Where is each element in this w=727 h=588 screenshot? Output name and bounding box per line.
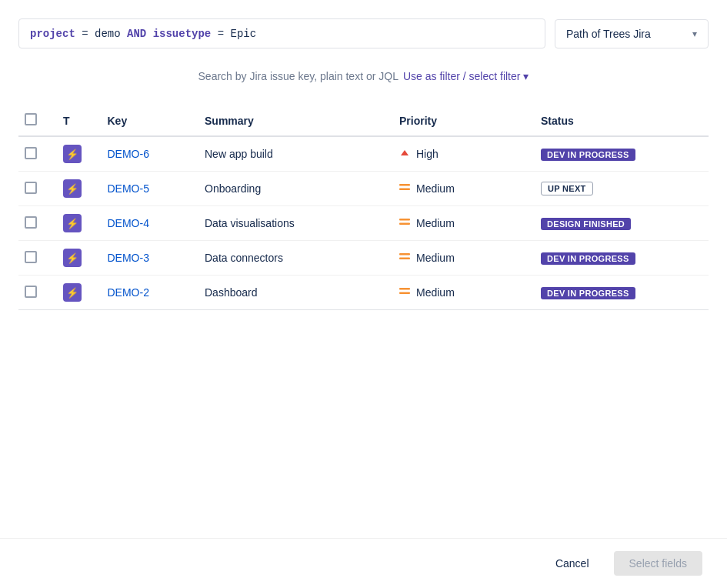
- svg-rect-2: [399, 219, 410, 221]
- table-header-row: T Key Summary Priority Status: [18, 107, 709, 136]
- row-1-type-cell: ⚡: [54, 172, 98, 206]
- col-header-checkbox: [18, 107, 54, 136]
- row-1-priority-label: Medium: [416, 182, 455, 195]
- row-1-priority: Medium: [390, 172, 532, 206]
- top-bar: project = demo AND issuetype = Epic Path…: [18, 18, 709, 48]
- svg-rect-3: [399, 223, 410, 226]
- row-0-checkbox-cell: [18, 136, 54, 172]
- select-all-checkbox[interactable]: [25, 113, 37, 125]
- row-2-key[interactable]: DEMO-4: [98, 206, 196, 241]
- table-row: ⚡DEMO-5OnboardingMediumUP NEXT: [18, 172, 709, 206]
- row-4-priority-label: Medium: [416, 286, 455, 299]
- row-0-priority-high-icon: [399, 148, 410, 161]
- row-1-key[interactable]: DEMO-5: [98, 172, 196, 206]
- cancel-button[interactable]: Cancel: [540, 551, 605, 576]
- row-4-status: DEV IN PROGRESS: [532, 276, 709, 310]
- row-4-type-icon: ⚡: [63, 283, 82, 302]
- row-2-summary: Data visualisations: [195, 206, 390, 241]
- use-as-filter-link[interactable]: Use as filter / select filter ▾: [403, 70, 529, 82]
- row-4-key[interactable]: DEMO-2: [98, 276, 196, 310]
- chevron-down-icon: ▾: [692, 28, 697, 39]
- page-container: project = demo AND issuetype = Epic Path…: [0, 0, 727, 310]
- row-4-checkbox-cell: [18, 276, 54, 310]
- row-2-status-badge: DESIGN FINISHED: [541, 218, 631, 230]
- col-header-status: Status: [532, 107, 709, 136]
- row-1-summary: Onboarding: [195, 172, 390, 206]
- row-1-priority-medium-icon: [399, 184, 410, 193]
- table-row: ⚡DEMO-4Data visualisationsMediumDESIGN F…: [18, 206, 709, 241]
- col-header-key: Key: [98, 107, 196, 136]
- row-0-priority-label: High: [416, 148, 439, 160]
- svg-rect-5: [399, 258, 410, 260]
- row-2-type-cell: ⚡: [54, 206, 98, 241]
- row-2-checkbox-cell: [18, 206, 54, 241]
- row-0-type-cell: ⚡: [54, 136, 98, 172]
- bottom-bar: Cancel Select fields: [0, 538, 727, 588]
- row-0-priority: High: [390, 136, 532, 172]
- row-3-checkbox-cell: [18, 241, 54, 276]
- svg-rect-6: [399, 288, 410, 290]
- row-1-checkbox-cell: [18, 172, 54, 206]
- row-3-priority-label: Medium: [416, 252, 455, 264]
- select-fields-button[interactable]: Select fields: [614, 551, 702, 576]
- row-3-priority-medium-icon: [399, 253, 410, 262]
- row-4-priority-medium-icon: [399, 288, 410, 297]
- project-selector[interactable]: Path of Trees Jira ▾: [555, 19, 709, 48]
- row-2-type-icon: ⚡: [63, 214, 82, 232]
- filter-hint-text: Search by Jira issue key, plain text or …: [198, 70, 399, 82]
- svg-rect-7: [399, 292, 410, 295]
- row-3-status-badge: DEV IN PROGRESS: [541, 252, 635, 265]
- col-header-summary: Summary: [195, 107, 390, 136]
- row-0-status: DEV IN PROGRESS: [532, 136, 709, 172]
- col-header-priority: Priority: [390, 107, 532, 136]
- row-3-type-cell: ⚡: [54, 241, 98, 276]
- filter-chevron-icon: ▾: [523, 70, 529, 82]
- issues-table: T Key Summary Priority Status ⚡DEMO-6New…: [18, 107, 709, 310]
- row-2-status: DESIGN FINISHED: [532, 206, 709, 241]
- row-0-checkbox[interactable]: [25, 147, 37, 159]
- svg-rect-1: [399, 189, 410, 191]
- row-4-type-cell: ⚡: [54, 276, 98, 310]
- row-4-status-badge: DEV IN PROGRESS: [541, 287, 635, 299]
- svg-rect-4: [399, 253, 410, 256]
- table-row: ⚡DEMO-2DashboardMediumDEV IN PROGRESS: [18, 276, 709, 310]
- filter-link-label: Use as filter / select filter: [403, 70, 521, 82]
- issues-table-wrapper: T Key Summary Priority Status ⚡DEMO-6New…: [18, 107, 709, 310]
- row-0-status-badge: DEV IN PROGRESS: [541, 149, 635, 161]
- row-0-key[interactable]: DEMO-6: [98, 136, 196, 172]
- jql-display: project = demo AND issuetype = Epic: [30, 28, 256, 40]
- row-4-summary: Dashboard: [195, 276, 390, 310]
- jql-input-wrapper[interactable]: project = demo AND issuetype = Epic: [18, 18, 545, 48]
- row-3-summary: Data connectors: [195, 241, 390, 276]
- table-body: ⚡DEMO-6New app buildHighDEV IN PROGRESS⚡…: [18, 136, 709, 310]
- svg-rect-0: [399, 184, 410, 186]
- row-3-status: DEV IN PROGRESS: [532, 241, 709, 276]
- row-2-priority-medium-icon: [399, 219, 410, 228]
- row-3-type-icon: ⚡: [63, 249, 82, 267]
- row-0-type-icon: ⚡: [63, 145, 82, 163]
- row-3-key[interactable]: DEMO-3: [98, 241, 196, 276]
- row-3-checkbox[interactable]: [25, 251, 37, 263]
- row-1-checkbox[interactable]: [25, 182, 37, 194]
- row-2-priority-label: Medium: [416, 217, 455, 229]
- row-1-type-icon: ⚡: [63, 179, 82, 198]
- row-4-priority: Medium: [390, 276, 532, 310]
- row-4-checkbox[interactable]: [25, 286, 37, 298]
- project-selector-label: Path of Trees Jira: [566, 28, 686, 40]
- row-2-checkbox[interactable]: [25, 216, 37, 229]
- row-0-summary: New app build: [195, 136, 390, 172]
- row-1-status: UP NEXT: [532, 172, 709, 206]
- row-2-priority: Medium: [390, 206, 532, 241]
- table-row: ⚡DEMO-3Data connectorsMediumDEV IN PROGR…: [18, 241, 709, 276]
- col-header-type: T: [54, 107, 98, 136]
- row-1-status-badge: UP NEXT: [541, 182, 593, 195]
- row-3-priority: Medium: [390, 241, 532, 276]
- filter-bar: Search by Jira issue key, plain text or …: [18, 64, 709, 89]
- table-row: ⚡DEMO-6New app buildHighDEV IN PROGRESS: [18, 136, 709, 172]
